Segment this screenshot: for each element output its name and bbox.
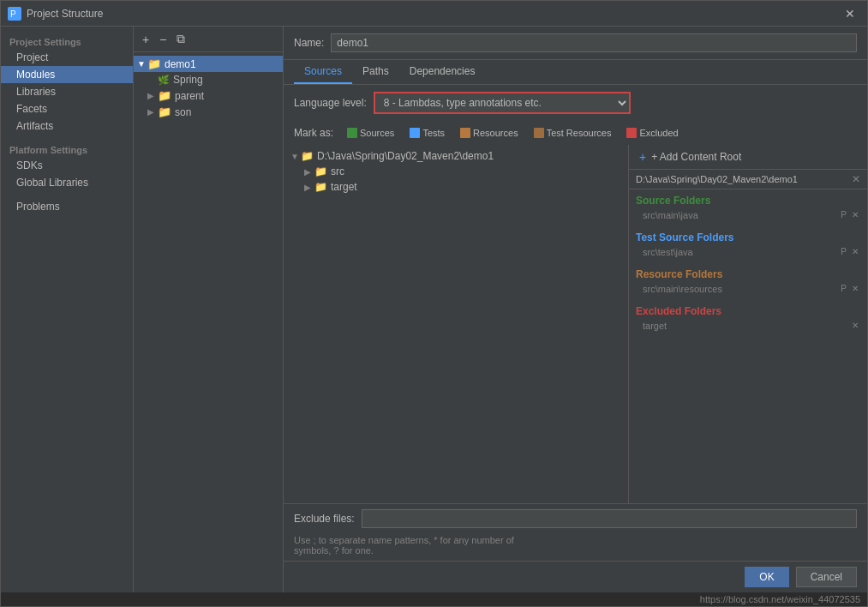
- sidebar-item-global-libraries[interactable]: Global Libraries: [1, 174, 133, 191]
- sidebar-divider: [1, 135, 133, 141]
- source-folder-path: src\main\java: [643, 210, 839, 220]
- ftree-target-arrow: ▶: [304, 183, 314, 192]
- bottom-bar: OK Cancel: [284, 561, 867, 592]
- ftree-root-arrow: ▼: [290, 152, 301, 161]
- mark-tests-button[interactable]: Tests: [404, 126, 450, 140]
- resource-folder-properties-icon[interactable]: P: [839, 283, 848, 294]
- sidebar-item-modules[interactable]: Modules: [1, 66, 133, 83]
- ftree-root[interactable]: ▼ 📁 D:\Java\Spring\Day02_Maven2\demo1: [287, 148, 625, 164]
- sources-btn-label: Sources: [360, 128, 394, 138]
- sidebar-item-facets[interactable]: Facets: [1, 100, 133, 117]
- arrow-icon-parent: ▶: [147, 91, 158, 100]
- svg-text:P: P: [10, 9, 16, 19]
- folder-icon-son: 📁: [158, 105, 171, 118]
- exclude-files-label: Exclude files:: [294, 513, 355, 525]
- module-tabs: Sources Paths Dependencies: [284, 60, 867, 85]
- source-folder-icons: P ✕: [839, 209, 860, 220]
- tab-sources[interactable]: Sources: [294, 60, 352, 84]
- resource-folder-icons: P ✕: [839, 283, 860, 294]
- resource-folders-section: Resource Folders src\main\resources P ✕: [629, 263, 867, 300]
- sidebar-item-project[interactable]: Project: [1, 49, 133, 66]
- tree-item-son[interactable]: ▶ 📁 son: [134, 104, 283, 120]
- tree-item-label: demo1: [165, 58, 196, 70]
- ftree-src-arrow: ▶: [304, 167, 314, 177]
- test-source-folder-properties-icon[interactable]: P: [839, 246, 848, 257]
- sidebar-item-libraries[interactable]: Libraries: [1, 83, 133, 100]
- sources-content: Language level: 8 - Lambdas, type annota…: [284, 85, 867, 561]
- tests-btn-label: Tests: [422, 128, 445, 138]
- excluded-folders-title: Excluded Folders: [636, 305, 860, 317]
- sidebar-item-sdks[interactable]: SDKs: [1, 157, 133, 174]
- resource-folder-remove-icon[interactable]: ✕: [850, 283, 860, 294]
- source-folders-title: Source Folders: [636, 195, 860, 207]
- test-source-folders-title: Test Source Folders: [636, 231, 860, 243]
- test-resources-btn-label: Test Resources: [547, 128, 612, 138]
- mark-excluded-button[interactable]: Excluded: [621, 126, 683, 140]
- excluded-folder-entry: target ✕: [636, 319, 860, 332]
- tab-dependencies[interactable]: Dependencies: [399, 60, 486, 84]
- cancel-button[interactable]: Cancel: [796, 567, 857, 587]
- tree-toolbar: + − ⧉: [134, 27, 283, 52]
- mark-test-resources-button[interactable]: Test Resources: [529, 126, 617, 140]
- main-panel: Name: Sources Paths Dependencies Languag…: [284, 27, 867, 592]
- resource-folders-title: Resource Folders: [636, 268, 860, 280]
- excluded-folder-icons: ✕: [850, 320, 860, 331]
- test-source-folders-section: Test Source Folders src\test\java P ✕: [629, 226, 867, 263]
- sources-dot: [347, 128, 357, 138]
- ok-button[interactable]: OK: [745, 567, 788, 587]
- test-source-folder-remove-icon[interactable]: ✕: [850, 246, 860, 257]
- project-settings-label: Project Settings: [1, 33, 133, 49]
- excluded-btn-label: Excluded: [639, 128, 678, 138]
- ftree-root-folder-icon: 📁: [301, 150, 314, 162]
- tree-item-label-parent: parent: [175, 90, 204, 102]
- arrow-icon-son: ▶: [147, 107, 158, 117]
- modules-tree: ▼ 📁 demo1 🌿 Spring ▶ 📁 parent: [134, 52, 283, 592]
- excluded-folder-remove-icon[interactable]: ✕: [850, 320, 860, 331]
- language-level-select[interactable]: 8 - Lambdas, type annotations etc. 7 - D…: [374, 92, 631, 114]
- lang-label: Language level:: [294, 97, 367, 109]
- root-close-icon[interactable]: ✕: [852, 173, 860, 185]
- arrow-icon: ▼: [137, 59, 147, 69]
- source-folders-section: Source Folders src\main\java P ✕: [629, 189, 867, 226]
- tree-item-parent[interactable]: ▶ 📁 parent: [134, 87, 283, 104]
- name-row: Name:: [284, 27, 867, 60]
- resources-btn-label: Resources: [473, 128, 518, 138]
- tests-dot: [410, 128, 420, 138]
- title-bar: P Project Structure ✕: [1, 1, 867, 27]
- ftree-target[interactable]: ▶ 📁 target: [287, 179, 625, 195]
- excluded-folder-path: target: [643, 321, 850, 331]
- source-folder-properties-icon[interactable]: P: [839, 209, 848, 220]
- ftree-src-icon: 📁: [314, 165, 327, 177]
- tree-item-label-spring: Spring: [173, 74, 203, 86]
- test-resources-dot: [534, 128, 544, 138]
- mark-resources-button[interactable]: Resources: [455, 126, 524, 140]
- exclude-files-input[interactable]: [362, 509, 857, 528]
- sidebar-item-artifacts[interactable]: Artifacts: [1, 117, 133, 135]
- tree-item-demo1[interactable]: ▼ 📁 demo1: [134, 56, 283, 72]
- module-folder-icon: 📁: [147, 57, 161, 70]
- ftree-src[interactable]: ▶ 📁 src: [287, 164, 625, 179]
- tree-item-spring[interactable]: 🌿 Spring: [134, 72, 283, 87]
- remove-module-button[interactable]: −: [156, 31, 170, 48]
- root-path-label: D:\Java\Spring\Day02_Maven2\demo1: [636, 174, 798, 184]
- add-module-button[interactable]: +: [139, 31, 153, 48]
- window-title: Project Structure: [27, 8, 840, 20]
- ftree-target-label: target: [331, 181, 357, 193]
- tab-paths[interactable]: Paths: [352, 60, 399, 84]
- mark-sources-button[interactable]: Sources: [342, 126, 399, 140]
- add-content-root-button[interactable]: + + Add Content Root: [629, 145, 867, 170]
- folder-icon-parent: 📁: [158, 89, 171, 102]
- copy-module-button[interactable]: ⧉: [173, 30, 189, 48]
- language-level-row: Language level: 8 - Lambdas, type annota…: [284, 85, 867, 121]
- file-tree: ▼ 📁 D:\Java\Spring\Day02_Maven2\demo1 ▶ …: [284, 145, 629, 503]
- mark-as-label: Mark as:: [294, 127, 333, 139]
- ftree-root-label: D:\Java\Spring\Day02_Maven2\demo1: [317, 150, 494, 162]
- name-input[interactable]: [331, 33, 857, 52]
- right-column: + + Add Content Root D:\Java\Spring\Day0…: [629, 145, 867, 503]
- source-folder-remove-icon[interactable]: ✕: [850, 209, 860, 220]
- test-source-folder-path: src\test\java: [643, 247, 839, 257]
- sidebar-item-problems[interactable]: Problems: [1, 198, 133, 215]
- close-button[interactable]: ✕: [840, 5, 860, 22]
- mark-as-row: Mark as: Sources Tests Resources: [284, 121, 867, 145]
- name-label: Name:: [294, 37, 324, 49]
